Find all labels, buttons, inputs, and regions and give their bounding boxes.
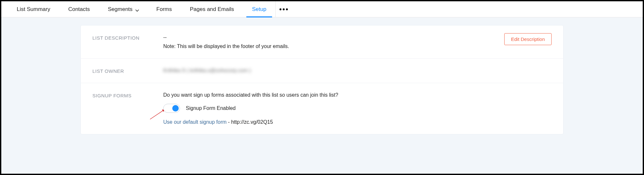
list-owner-heading: LIST OWNER	[92, 68, 163, 74]
signup-form-toggle[interactable]	[163, 104, 180, 113]
section-list-description: LIST DESCRIPTION -- Note: This will be d…	[81, 25, 563, 59]
link-separator: -	[227, 119, 231, 125]
settings-panel: LIST DESCRIPTION -- Note: This will be d…	[80, 25, 564, 134]
default-signup-form-link[interactable]: Use our default signup form	[163, 119, 227, 125]
top-tabs: List Summary Contacts Segments Forms Pag…	[1, 1, 643, 17]
list-owner-content: Krithika S ( krithika.s@zohocorp.com )	[163, 68, 552, 74]
signup-toggle-row: Signup Form Enabled	[163, 104, 552, 113]
signup-link-row: Use our default signup form - http://zc.…	[163, 119, 552, 125]
more-tab-button[interactable]	[275, 1, 291, 17]
tab-segments[interactable]: Segments	[99, 1, 147, 17]
section-list-owner: LIST OWNER Krithika S ( krithika.s@zohoc…	[81, 59, 563, 83]
list-description-value: --	[163, 34, 552, 40]
list-owner-value: Krithika S ( krithika.s@zohocorp.com )	[163, 68, 251, 73]
tab-contacts[interactable]: Contacts	[59, 1, 99, 17]
more-icon	[279, 8, 288, 10]
list-description-content: -- Note: This will be displayed in the f…	[163, 34, 552, 49]
tab-pages-emails[interactable]: Pages and Emails	[181, 1, 243, 17]
signup-forms-content: Do you want sign up forms associated wit…	[163, 92, 552, 125]
signup-question: Do you want sign up forms associated wit…	[163, 92, 552, 98]
signup-toggle-label: Signup Form Enabled	[186, 105, 236, 111]
content-area: LIST DESCRIPTION -- Note: This will be d…	[1, 17, 643, 174]
tab-forms[interactable]: Forms	[147, 1, 181, 17]
list-description-heading: LIST DESCRIPTION	[92, 34, 163, 49]
signup-form-url: http://zc.vg/02Q15	[231, 119, 273, 125]
chevron-down-icon	[135, 8, 138, 11]
tab-segments-label: Segments	[108, 6, 133, 13]
signup-forms-heading: SIGNUP FORMS	[92, 92, 163, 125]
section-signup-forms: SIGNUP FORMS Do you want sign up forms a…	[81, 83, 563, 134]
tab-setup[interactable]: Setup	[243, 1, 275, 17]
list-description-note: Note: This will be displayed in the foot…	[163, 44, 552, 49]
tab-list-summary[interactable]: List Summary	[8, 1, 59, 17]
edit-description-button[interactable]: Edit Description	[504, 33, 552, 45]
toggle-knob	[172, 105, 179, 112]
